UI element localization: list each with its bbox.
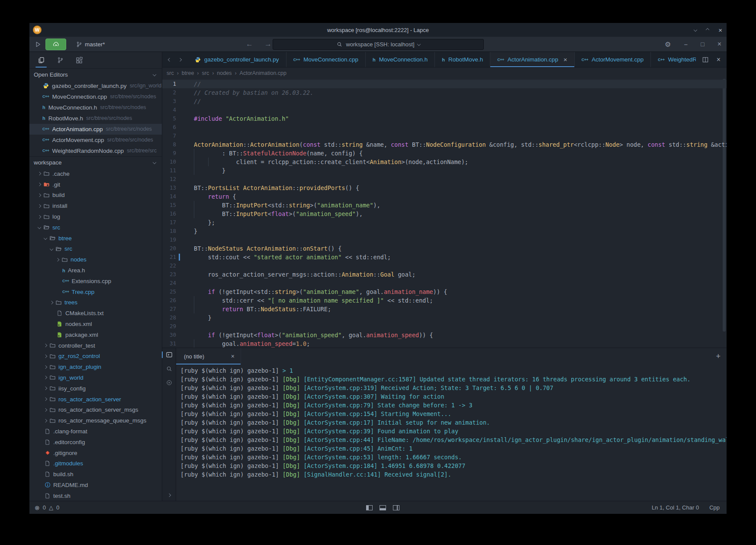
code-line[interactable]: 31 goal.animation_speed=1.0; [162, 339, 727, 348]
code-line[interactable]: 7 [162, 132, 727, 140]
code-line[interactable]: 10 client = rclcpp_action::create_client… [162, 158, 727, 166]
tab-actormovement-cpp[interactable]: C++ActorMovement.cpp [575, 52, 651, 67]
open-editor-item[interactable]: gazebo_controller_launch.pysrc/ign_world [29, 81, 162, 91]
tab-robotmove-h[interactable]: hRobotMove.h [435, 52, 490, 67]
extensions-icon[interactable] [73, 53, 86, 68]
open-editor-item[interactable]: C++ActorAnimation.cppsrc/btree/src/nodes [29, 124, 162, 135]
tab-actoranimation-cpp[interactable]: C++ActorAnimation.cpp× [490, 52, 574, 67]
window-unshade-icon[interactable] [706, 28, 709, 32]
breadcrumb-segment[interactable]: ActorAnimation.cpp [240, 70, 286, 76]
code-line[interactable]: 11 } [162, 166, 727, 175]
code-line[interactable]: 1// [162, 80, 727, 88]
close-icon[interactable]: × [717, 40, 721, 48]
toggle-left-panel-icon[interactable] [366, 505, 373, 510]
tree-item-cmakelists-txt[interactable]: CMakeLists.txt [29, 308, 162, 319]
language-mode[interactable]: Cpp [709, 504, 720, 511]
source-control-icon[interactable] [54, 53, 67, 68]
tree-item--gitmodules[interactable]: .gitmodules [29, 458, 162, 469]
terminal-output[interactable]: [ruby $(which ign) gazebo-1] > 1[ruby $(… [176, 364, 727, 501]
tree-item-package-xml[interactable]: package.xml [29, 329, 162, 340]
tree-item-src[interactable]: src [29, 244, 162, 255]
breadcrumb-segment[interactable]: btree [182, 70, 194, 76]
code-line[interactable]: 14 return { [162, 192, 727, 201]
code-line[interactable]: 3// [162, 97, 727, 106]
code-line[interactable]: 2// Created by bastian on 26.03.22. [162, 88, 727, 97]
panel-expand-icon[interactable] [167, 493, 171, 497]
cursor-position[interactable]: Ln 1, Col 1, Char 0 [652, 504, 699, 511]
split-editor-icon[interactable] [702, 57, 709, 63]
terminal-icon[interactable] [166, 352, 173, 358]
file-explorer-icon[interactable] [35, 53, 48, 68]
tree-item-controller-test[interactable]: controller_test [29, 340, 162, 351]
errors-icon[interactable]: ⊗ [35, 504, 40, 511]
code-line[interactable]: 17 }; [162, 218, 727, 227]
window-close-icon[interactable]: × [718, 26, 722, 34]
remote-run-button[interactable] [45, 39, 66, 50]
tree-item-gz-ros2-control[interactable]: gz_ros2_control [29, 351, 162, 361]
tree-item-build[interactable]: build [29, 190, 162, 201]
git-branch-indicator[interactable]: master* [76, 41, 105, 48]
settings-gear-icon[interactable]: ⚙ [665, 40, 671, 48]
run-outline-icon[interactable] [35, 41, 41, 48]
toggle-right-panel-icon[interactable] [393, 505, 399, 510]
code-line[interactable]: 24 [162, 279, 727, 287]
nav-forward-icon[interactable]: → [264, 40, 272, 48]
tree-item-extensions-cpp[interactable]: C++Extensions.cpp [29, 276, 162, 287]
terminal-tab-close-icon[interactable]: × [231, 353, 235, 360]
tree-item--clang-format[interactable]: .clang-format [29, 426, 162, 437]
tree-item-ign-actor-plugin[interactable]: ign_actor_plugin [29, 361, 162, 372]
tree-item-ros-actor-action-server-msgs[interactable]: ros_actor_action_server_msgs [29, 404, 162, 415]
tree-item--gitignore[interactable]: .gitignore [29, 448, 162, 458]
tree-item-readme-md[interactable]: README.md [29, 480, 162, 490]
tree-item-install[interactable]: install [29, 200, 162, 211]
nav-back-icon[interactable]: ← [246, 40, 253, 48]
tree-item-test-sh[interactable]: test.sh [29, 490, 162, 501]
open-editor-item[interactable]: C++WeightedRandomNode.cppsrc/btree/src [29, 145, 162, 156]
code-line[interactable]: 23 ros_actor_action_server_msgs::action:… [162, 270, 727, 279]
tree-item-trees[interactable]: trees [29, 297, 162, 308]
tab-gazebo-controller-launch-py[interactable]: gazebo_controller_launch.py [187, 52, 286, 67]
terminal-tab[interactable]: (no title) × [176, 348, 241, 364]
code-editor[interactable]: 1//2// Created by bastian on 26.03.22.3/… [162, 79, 727, 348]
tab-moveconnection-cpp[interactable]: C++MoveConnection.cpp [286, 52, 366, 67]
open-editor-item[interactable]: hMoveConnection.hsrc/btree/src/nodes [29, 102, 162, 113]
code-line[interactable]: 15 BT::InputPort<std::string>("animation… [162, 201, 727, 210]
code-line[interactable]: 19 [162, 235, 727, 244]
code-line[interactable]: 30 if (!getInput<float>("animation_speed… [162, 331, 727, 339]
tree-item-ign-world[interactable]: ign_world [29, 372, 162, 383]
open-editor-item[interactable]: C++MoveConnection.cppsrc/btree/src/nodes [29, 91, 162, 102]
window-shade-icon[interactable] [694, 28, 697, 32]
breadcrumb-segment[interactable]: nodes [217, 70, 232, 76]
tree-item-nodes-xml[interactable]: nodes.xml [29, 319, 162, 329]
code-line[interactable]: 13BT::PortsList ActorAnimation::provided… [162, 184, 727, 192]
code-line[interactable]: 27 return BT::NodeStatus::FAILURE; [162, 305, 727, 313]
code-line[interactable]: 8ActorAnimation::ActorAnimation(const st… [162, 140, 727, 149]
workspace-header[interactable]: workspace [29, 156, 162, 168]
code-line[interactable]: 9 : BT::StatefulActionNode(name, config)… [162, 149, 727, 158]
code-line[interactable]: 21 std::cout << "started actor animation… [162, 253, 727, 261]
tab-moveconnection-h[interactable]: hMoveConnection.h [366, 52, 435, 67]
tabs-scroll-left-icon[interactable] [168, 58, 171, 61]
code-line[interactable]: 12 [162, 175, 727, 184]
tree-item--git[interactable]: .git [29, 179, 162, 190]
problems-icon[interactable] [166, 380, 172, 386]
tree-item-iisy-config[interactable]: iisy_config [29, 383, 162, 394]
breadcrumb-segment[interactable]: src [202, 70, 209, 76]
workspace-search-input[interactable]: workspace [SSH: localhost] [273, 39, 484, 50]
tree-item--cache[interactable]: .cache [29, 168, 162, 179]
tree-item-ros-actor-message-queue-msgs[interactable]: ros_actor_message_queue_msgs [29, 415, 162, 426]
warnings-icon[interactable]: △ [49, 504, 53, 511]
toggle-bottom-panel-icon[interactable] [380, 505, 386, 510]
tree-item-src[interactable]: src [29, 222, 162, 233]
maximize-icon[interactable]: □ [701, 41, 704, 48]
code-line[interactable]: 6 [162, 123, 727, 132]
code-line[interactable]: 20BT::NodeStatus ActorAnimation::onStart… [162, 244, 727, 253]
code-line[interactable]: 16 BT::InputPort<float>("animation_speed… [162, 210, 727, 218]
open-editor-item[interactable]: hRobotMove.hsrc/btree/src/nodes [29, 113, 162, 124]
tree-item-nodes[interactable]: nodes [29, 254, 162, 265]
code-line[interactable]: 28 } [162, 313, 727, 322]
tree-item-tree-cpp[interactable]: C++Tree.cpp [29, 287, 162, 297]
tree-item-btree[interactable]: btree [29, 233, 162, 244]
tree-item-log[interactable]: log [29, 211, 162, 222]
code-line[interactable]: 25 if (!getInput<std::string>("animation… [162, 287, 727, 296]
